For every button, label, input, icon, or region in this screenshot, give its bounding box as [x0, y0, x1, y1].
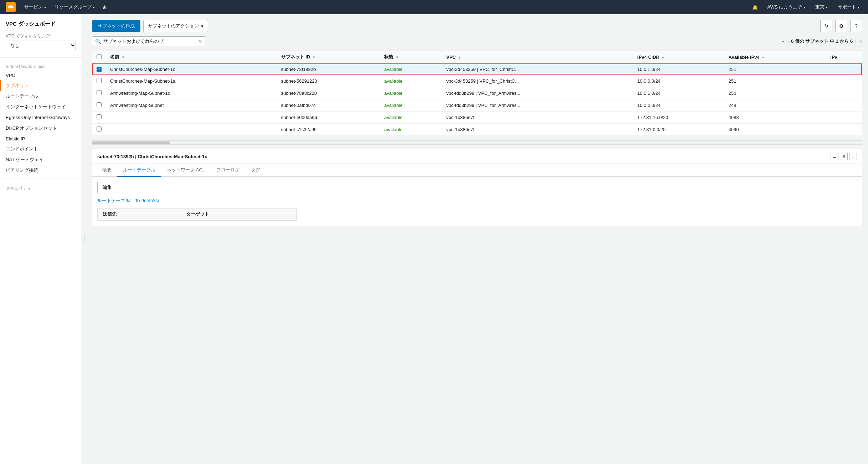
table-cell: vpc-3d453259 | VPC_for_ChristC... [442, 63, 633, 75]
detail-header: subnet-73f1892b | ChristChurches-Map-Sub… [92, 149, 862, 164]
sidebar-item-nat[interactable]: NAT ゲートウェイ [0, 154, 82, 165]
inner-col-destination: 送信先 [98, 208, 181, 220]
refresh-button[interactable]: ↻ [820, 20, 832, 32]
table-cell: subnet-c1c32a99 [277, 124, 380, 136]
detail-panel: subnet-73f1892b | ChristChurches-Map-Sub… [92, 149, 862, 226]
search-icon: 🔍 [95, 38, 101, 44]
aws-logo[interactable] [4, 1, 17, 14]
pagination-text: 6 個の サブネット 中 1 から 6 [791, 38, 853, 45]
table-cell [106, 124, 277, 136]
table-cell: 172.31.16.0/20 [633, 112, 724, 124]
sidebar-item-eigw[interactable]: Egress Only Internet Gateways [0, 112, 82, 123]
sidebar-item-peering[interactable]: ピアリング接続 [0, 165, 82, 176]
search-input[interactable] [103, 39, 196, 44]
help-icon: ? [855, 23, 858, 29]
row-checkbox[interactable] [97, 114, 102, 119]
services-chevron-icon: ▾ [44, 5, 46, 9]
table-row[interactable]: Armwrestling-Map-Subnetsubnet-0afbd07cav… [92, 99, 862, 112]
table-row[interactable]: subnet-c1c32a99availablevpc-1b886e7f172.… [92, 124, 862, 136]
tab-route-table[interactable]: ルートテーブル [117, 164, 161, 177]
table-cell [826, 63, 862, 75]
table-cell: vpc-fdd3b299 | VPC_for_Armwres... [442, 87, 633, 99]
resize-handle[interactable] [82, 14, 86, 464]
services-menu[interactable]: サービス ▾ [20, 0, 50, 14]
row-checkbox[interactable] [97, 102, 102, 107]
table-row[interactable]: Armwrestling-Map-Subnet-1csubnet-78a8c22… [92, 87, 862, 99]
next-page-button[interactable]: › [854, 39, 857, 44]
table-cell: subnet-78a8c220 [277, 87, 380, 99]
row-checkbox[interactable] [97, 127, 102, 132]
sidebar-item-routetable[interactable]: ルートテーブル [0, 91, 82, 102]
prev-page-button[interactable]: ‹ [787, 39, 790, 44]
table-cell: available [380, 75, 442, 87]
table-row[interactable]: subnet-e000da96availablevpc-1b886e7f172.… [92, 112, 862, 124]
edit-button[interactable]: 編集 [97, 182, 117, 193]
tab-overview[interactable]: 概要 [97, 164, 117, 177]
sidebar-item-subnet[interactable]: サブネット [0, 80, 82, 91]
create-subnet-button[interactable]: サブネットの作成 [92, 20, 140, 32]
tab-flow-log[interactable]: フローログ [211, 164, 245, 177]
action-chevron-icon: ▾ [201, 24, 203, 29]
search-clear-icon[interactable]: ✕ [198, 38, 202, 44]
detail-split-button[interactable]: ⊟ [840, 153, 848, 160]
tab-network-acl[interactable]: ネットワーク ACL [161, 164, 211, 177]
sidebar-item-endpoint[interactable]: エンドポイント [0, 144, 82, 154]
detail-header-title: subnet-73f1892b | ChristChurches-Map-Sub… [97, 154, 207, 159]
col-vpc[interactable]: VPC ▾ [442, 51, 633, 63]
notifications-icon[interactable]: 🔔 [749, 0, 761, 14]
filter-label: VPC でフィルタリング: [0, 30, 82, 41]
last-page-button[interactable]: » [858, 39, 862, 44]
support-menu[interactable]: サポート ▾ [833, 0, 864, 14]
sidebar-item-igw[interactable]: インターネットゲートウェイ [0, 102, 82, 112]
table-cell: available [380, 87, 442, 99]
table-cell: 4088 [724, 112, 826, 124]
settings-button[interactable]: ⚙ [835, 20, 847, 32]
table-row[interactable]: ChristChurches-Map-Subnet-1csubnet-73f18… [92, 63, 862, 75]
search-bar: 🔍 ✕ « ‹ 6 個の サブネット 中 1 から 6 › » [92, 36, 862, 46]
sidebar-item-vpc[interactable]: VPC [0, 71, 82, 80]
action-button[interactable]: サブネットのアクション ▾ [143, 20, 208, 32]
help-button[interactable]: ? [850, 20, 862, 32]
sidebar: VPC ダッシュボード VPC でフィルタリング: なし Virtual Pri… [0, 14, 82, 464]
row-checkbox[interactable] [97, 90, 102, 95]
detail-expand-button[interactable]: □ [849, 153, 857, 160]
route-table-ref: ルートテーブル: rtb-9eefe2fa [97, 197, 857, 204]
pagination-info: « ‹ 6 個の サブネット 中 1 から 6 › » [781, 38, 862, 45]
scrollbar-thumb[interactable] [92, 141, 170, 144]
table-row[interactable]: ChristChurches-Map-Subnet-1asubnet-56291… [92, 75, 862, 87]
table-cell: available [380, 99, 442, 112]
detail-minimize-button[interactable]: ▬ [831, 153, 838, 160]
sidebar-item-dhcp[interactable]: DHCP オプションセット [0, 123, 82, 134]
select-all-checkbox[interactable] [97, 54, 102, 59]
row-checkbox[interactable] [97, 78, 102, 83]
resources-menu[interactable]: リソースグループ ▾ [50, 0, 99, 14]
col-ipv4-cidr[interactable]: IPv4 CIDR ▾ [633, 51, 724, 63]
horizontal-scrollbar[interactable] [92, 140, 862, 145]
vpc-filter-select[interactable]: なし [6, 41, 76, 50]
table-cell [826, 112, 862, 124]
col-status[interactable]: 状態 ▾ [380, 51, 442, 63]
col-available-ipv4[interactable]: Available IPv4 ▾ [724, 51, 826, 63]
sidebar-item-eip[interactable]: Elastic IP [0, 134, 82, 144]
bookmarks-icon[interactable]: ★ [99, 4, 110, 11]
table-cell: subnet-e000da96 [277, 112, 380, 124]
table-cell: 172.31.0.0/20 [633, 124, 724, 136]
table-cell: vpc-fdd3b299 | VPC_for_Armwres... [442, 99, 633, 112]
col-subnet-id[interactable]: サブネット ID ▾ [277, 51, 380, 63]
table-cell [826, 87, 862, 99]
col-ipv[interactable]: IPv [826, 51, 862, 63]
tab-tags[interactable]: タグ [245, 164, 266, 177]
account-menu[interactable]: AWS にようこそ ▾ [763, 0, 810, 14]
row-checkbox[interactable] [97, 67, 102, 72]
table-cell: subnet-56291220 [277, 75, 380, 87]
table-cell [826, 75, 862, 87]
table-cell: ChristChurches-Map-Subnet-1c [106, 63, 277, 75]
first-page-button[interactable]: « [781, 39, 785, 44]
table-cell: 250 [724, 87, 826, 99]
region-menu[interactable]: 東京 ▾ [811, 0, 832, 14]
table-cell: available [380, 112, 442, 124]
route-table-link[interactable]: rtb-9eefe2fa [134, 198, 159, 203]
table-cell: vpc-1b886e7f [442, 112, 633, 124]
region-chevron-icon: ▾ [826, 5, 828, 9]
col-name[interactable]: 名前 ▾ [106, 51, 277, 63]
